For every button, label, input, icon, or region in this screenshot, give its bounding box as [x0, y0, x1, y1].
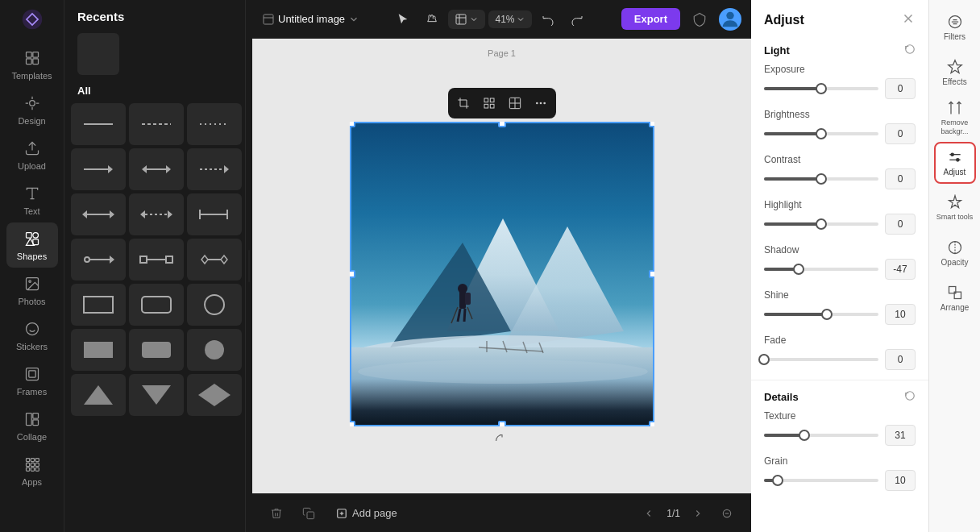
sidebar-item-text[interactable]: Text: [6, 177, 58, 222]
brightness-slider-thumb[interactable]: [816, 128, 827, 139]
shine-slider-track[interactable]: [764, 313, 878, 316]
adjust-panel: Adjust Light Exposure: [751, 0, 928, 532]
shine-value[interactable]: 10: [885, 304, 916, 325]
more-options-button[interactable]: [529, 91, 553, 115]
crop-button[interactable]: [451, 91, 475, 115]
canvas-image[interactable]: [350, 122, 654, 426]
close-panel-button[interactable]: [901, 11, 916, 29]
exposure-slider-thumb[interactable]: [816, 83, 827, 94]
contrast-slider-thumb[interactable]: [816, 173, 827, 185]
sidebar-item-stickers[interactable]: Stickers: [6, 313, 58, 358]
right-icon-adjust[interactable]: Adjust: [934, 142, 976, 184]
sidebar-item-photos[interactable]: Photos: [6, 268, 58, 313]
undo-button[interactable]: [535, 6, 561, 32]
redo-button[interactable]: [564, 6, 590, 32]
fade-slider-thumb[interactable]: [758, 354, 770, 365]
frame-tool-group[interactable]: [448, 10, 485, 29]
shape-square-ends[interactable]: [129, 239, 184, 281]
sidebar-item-apps[interactable]: Apps: [6, 448, 58, 493]
light-reset-button[interactable]: [904, 44, 916, 57]
shape-diamond-filled[interactable]: [187, 374, 242, 416]
highlight-slider-thumb[interactable]: [816, 218, 827, 230]
shape-dotted-arrow[interactable]: [187, 148, 242, 190]
sidebar-item-frames[interactable]: Frames: [6, 358, 58, 403]
shape-triangle-down[interactable]: [129, 374, 184, 416]
shape-rounded-rectangle-outline[interactable]: [129, 284, 184, 326]
brightness-value[interactable]: 0: [885, 123, 916, 144]
contrast-value[interactable]: 0: [885, 168, 916, 189]
right-icon-smart-tools[interactable]: Smart tools: [934, 187, 976, 229]
shield-icon[interactable]: [687, 6, 712, 32]
grid-button[interactable]: [477, 91, 501, 115]
fade-value[interactable]: 0: [885, 349, 916, 370]
right-icon-arrange[interactable]: Arrange: [934, 277, 976, 319]
details-section-header: Details: [751, 384, 928, 407]
texture-slider-thumb[interactable]: [799, 430, 810, 441]
cursor-tool[interactable]: [390, 6, 416, 32]
right-icon-remove-bg[interactable]: Remove backgr...: [934, 97, 976, 139]
shape-rectangle-outline[interactable]: [71, 284, 126, 326]
shape-left-right-arrow[interactable]: [71, 193, 126, 235]
shine-slider-thumb[interactable]: [821, 309, 833, 320]
right-icon-opacity[interactable]: Opacity: [934, 232, 976, 274]
sidebar-item-shapes[interactable]: Shapes: [6, 222, 58, 268]
shape-elbow-arrow[interactable]: [71, 239, 126, 281]
recent-thumbnail[interactable]: [77, 33, 119, 75]
shape-diamond-ends[interactable]: [187, 239, 242, 281]
sidebar-item-design[interactable]: Design: [6, 87, 58, 132]
brightness-label: Brightness: [764, 109, 916, 120]
exposure-value[interactable]: 0: [885, 78, 916, 99]
right-icon-effects[interactable]: Effects: [934, 52, 976, 94]
shape-solid-line[interactable]: [71, 103, 126, 145]
canvas-content[interactable]: Page 1: [252, 39, 751, 493]
layout-button[interactable]: [503, 91, 527, 115]
rotate-handle[interactable]: [494, 433, 510, 449]
panel-resizer[interactable]: [246, 0, 252, 532]
shape-rectangle-filled[interactable]: [71, 329, 126, 371]
shape-double-arrow[interactable]: [129, 148, 184, 190]
user-avatar[interactable]: [719, 8, 741, 31]
shadow-value[interactable]: -47: [885, 259, 916, 280]
document-name[interactable]: Untitled image: [262, 13, 359, 26]
shadow-slider-thumb[interactable]: [793, 264, 804, 275]
export-button[interactable]: Export: [621, 8, 680, 30]
right-icon-filters[interactable]: Filters: [934, 6, 976, 48]
svg-point-62: [205, 295, 224, 314]
prev-page-button[interactable]: [637, 502, 660, 525]
svg-rect-72: [484, 98, 488, 102]
highlight-slider-track[interactable]: [764, 222, 878, 226]
texture-value[interactable]: 31: [885, 425, 916, 446]
shape-dotted-bidirectional[interactable]: [129, 193, 184, 235]
grain-value[interactable]: 10: [885, 470, 916, 491]
shape-dashed-line[interactable]: [129, 103, 184, 145]
brightness-slider-track[interactable]: [764, 132, 878, 135]
grain-slider-thumb[interactable]: [772, 475, 783, 486]
trash-button[interactable]: [265, 502, 288, 525]
grain-slider-track[interactable]: [764, 479, 878, 482]
contrast-label: Contrast: [764, 154, 916, 165]
shape-triangle-up[interactable]: [71, 374, 126, 416]
sidebar-item-collage[interactable]: Collage: [6, 403, 58, 448]
adjust-label: Adjust: [944, 168, 966, 177]
details-reset-button[interactable]: [904, 390, 916, 404]
sidebar-item-upload[interactable]: Upload: [6, 132, 58, 177]
copy-button[interactable]: [297, 502, 320, 525]
shape-dotted-line[interactable]: [187, 103, 242, 145]
shape-circle-filled[interactable]: [187, 329, 242, 371]
exposure-slider-track[interactable]: [764, 87, 878, 90]
hand-tool[interactable]: [419, 6, 445, 32]
shape-arrow-right[interactable]: [71, 148, 126, 190]
shape-rounded-rectangle-filled[interactable]: [129, 329, 184, 371]
sidebar-item-templates[interactable]: Templates: [6, 42, 58, 87]
next-page-button[interactable]: [687, 502, 709, 525]
shape-capped-arrow[interactable]: [187, 193, 242, 235]
fade-slider-track[interactable]: [764, 358, 878, 361]
highlight-value[interactable]: 0: [885, 214, 916, 235]
shape-circle-outline[interactable]: [187, 284, 242, 326]
texture-slider-track[interactable]: [764, 434, 878, 437]
contrast-slider-track[interactable]: [764, 177, 878, 181]
add-page-button[interactable]: Add page: [330, 504, 404, 522]
zoom-out-button[interactable]: [716, 502, 738, 525]
zoom-control[interactable]: 41%: [488, 10, 532, 28]
shadow-slider-track[interactable]: [764, 268, 878, 271]
